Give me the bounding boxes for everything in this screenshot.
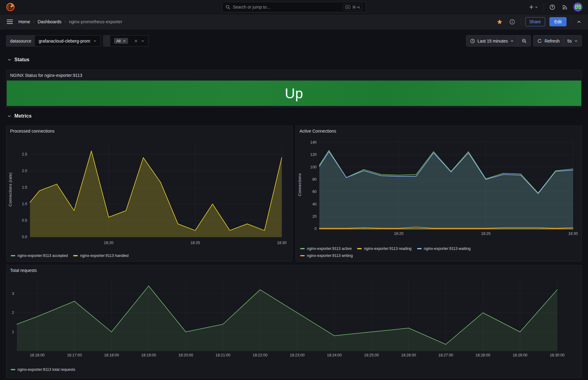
star-icon (497, 19, 503, 25)
svg-text:2.5: 2.5 (22, 152, 27, 156)
time-range-button[interactable]: Last 15 minutes (466, 36, 518, 46)
chevron-down-icon (7, 114, 11, 118)
status-value: Up (285, 85, 303, 102)
svg-text:100: 100 (310, 165, 317, 169)
top-nav: Search or jump to... ⌘+k (0, 0, 588, 14)
svg-text:18:25: 18:25 (481, 231, 491, 236)
search-input[interactable]: Search or jump to... ⌘+k (222, 2, 366, 12)
collapse-topbar-button[interactable] (575, 18, 582, 25)
plus-icon (529, 5, 534, 9)
svg-text:1.5: 1.5 (22, 185, 27, 190)
instance-multiselect[interactable]: All (110, 36, 148, 46)
zoom-out-time-button[interactable] (518, 36, 530, 46)
svg-text:60: 60 (312, 190, 317, 194)
svg-text:18:28:00: 18:28:00 (476, 353, 490, 357)
svg-text:120: 120 (310, 152, 317, 157)
chevron-down-icon (93, 39, 97, 43)
active-connections-chart[interactable]: 18:2018:2518:30020406080100120140Connect… (296, 126, 582, 261)
legend-series-label: nginx-exporter:9113 active (307, 246, 352, 251)
breadcrumb-dashboards[interactable]: Dashboards (38, 19, 62, 24)
dashboard-controls: datasource grafanacloud-cleberg-prom All (6, 35, 582, 47)
avatar[interactable] (573, 2, 582, 12)
news-button[interactable] (561, 3, 569, 11)
processed-connections-chart[interactable]: 18:2018:2518:300.00.51.01.52.02.5Connect… (6, 126, 292, 261)
svg-text:18:30: 18:30 (277, 241, 286, 245)
legend-series-color (300, 248, 305, 249)
keyboard-icon (345, 5, 350, 9)
toolbar-divider (521, 18, 521, 25)
dashboard-page: datasource grafanacloud-cleberg-prom All (0, 29, 588, 378)
svg-text:1.0: 1.0 (22, 202, 27, 206)
panel-title[interactable]: Processed connections (10, 129, 55, 134)
hamburger-icon (7, 19, 13, 24)
legend-item[interactable]: nginx-exporter:9113 active (300, 246, 352, 251)
legend-item[interactable]: nginx-exporter:9113 total requests (11, 367, 75, 372)
clock-icon (470, 39, 475, 43)
panel-title[interactable]: Total requests (10, 268, 37, 273)
clear-selection-icon[interactable] (134, 39, 138, 43)
help-button[interactable]: ? (548, 3, 556, 11)
section-row-metrics[interactable]: Metrics (6, 112, 582, 120)
add-button[interactable] (528, 3, 539, 11)
section-row-status[interactable]: Status (6, 55, 582, 64)
legend-item[interactable]: nginx-exporter:9113 writing (300, 254, 353, 258)
status-banner: Up (7, 81, 581, 106)
legend-series-color (417, 248, 422, 249)
legend-series-color (300, 255, 305, 256)
svg-text:18:26:00: 18:26:00 (401, 353, 416, 357)
panel-title[interactable]: NGINX Status for nginx-exporter:9113 (6, 70, 582, 81)
breadcrumb-current: nginx-prometheus-exporter (69, 19, 122, 24)
svg-text:3: 3 (12, 292, 14, 296)
toolbar-divider (571, 18, 571, 25)
chart-legend: nginx-exporter:9113 acceptednginx-export… (11, 254, 129, 258)
legend-series-label: nginx-exporter:9113 accepted (17, 254, 68, 258)
shortcut-text: ⌘+k (352, 5, 360, 9)
variable-instance-filter: All (103, 35, 148, 47)
legend-item[interactable]: nginx-exporter:9113 reading (357, 246, 411, 251)
menu-button[interactable] (6, 18, 14, 25)
svg-text:20: 20 (312, 214, 317, 219)
svg-text:18:20: 18:20 (394, 231, 403, 236)
breadcrumb-separator: › (33, 20, 35, 24)
legend-item[interactable]: nginx-exporter:9113 accepted (11, 254, 68, 258)
variable-label: datasource (6, 36, 35, 46)
svg-text:18:19:00: 18:19:00 (141, 353, 156, 357)
svg-text:80: 80 (312, 177, 317, 182)
refresh-button[interactable]: Refresh (533, 36, 563, 46)
svg-text:18:18:00: 18:18:00 (104, 353, 119, 357)
chevron-down-icon (574, 39, 578, 43)
chevron-down-icon (510, 39, 514, 43)
svg-text:Connections: Connections (298, 173, 302, 196)
zoom-out-icon (522, 38, 527, 43)
grafana-logo-icon[interactable] (6, 2, 15, 12)
panel-info-button[interactable] (508, 18, 516, 26)
total-requests-chart[interactable]: 18:16:0018:17:0018:18:0018:19:0018:20:00… (6, 265, 582, 378)
edit-button[interactable]: Edit (549, 17, 567, 26)
filter-chip-all[interactable]: All (114, 38, 128, 44)
refresh-interval-button[interactable]: 5s (564, 36, 582, 46)
legend-series-color (11, 369, 15, 370)
svg-text:2.0: 2.0 (22, 169, 27, 173)
search-placeholder: Search or jump to... (233, 5, 343, 9)
datasource-select[interactable]: grafanacloud-cleberg-prom (35, 36, 100, 46)
legend-item[interactable]: nginx-exporter:9113 waiting (417, 246, 471, 251)
rss-icon (562, 4, 568, 10)
avatar-pixel-creature-icon (573, 2, 582, 12)
favorite-button[interactable] (496, 18, 504, 26)
breadcrumb-home[interactable]: Home (18, 19, 30, 24)
svg-text:0: 0 (315, 227, 317, 231)
time-picker-group: Last 15 minutes (466, 35, 531, 47)
svg-text:?: ? (551, 6, 553, 9)
variable-label (104, 36, 110, 46)
svg-text:Connections (rate): Connections (rate) (8, 172, 13, 206)
nav-divider (544, 4, 544, 10)
legend-item[interactable]: nginx-exporter:9113 handled (73, 254, 128, 258)
legend-series-label: nginx-exporter:9113 total requests (17, 367, 75, 372)
chart-legend: nginx-exporter:9113 total requests (11, 367, 75, 372)
panel-nginx-status: NGINX Status for nginx-exporter:9113 Up (6, 70, 582, 107)
close-icon (123, 40, 126, 43)
breadcrumb-bar: Home › Dashboards › nginx-prometheus-exp… (0, 14, 588, 29)
panel-title[interactable]: Active Connections (300, 129, 336, 134)
share-button[interactable]: Share (525, 17, 545, 26)
legend-series-label: nginx-exporter:9113 waiting (424, 246, 471, 251)
